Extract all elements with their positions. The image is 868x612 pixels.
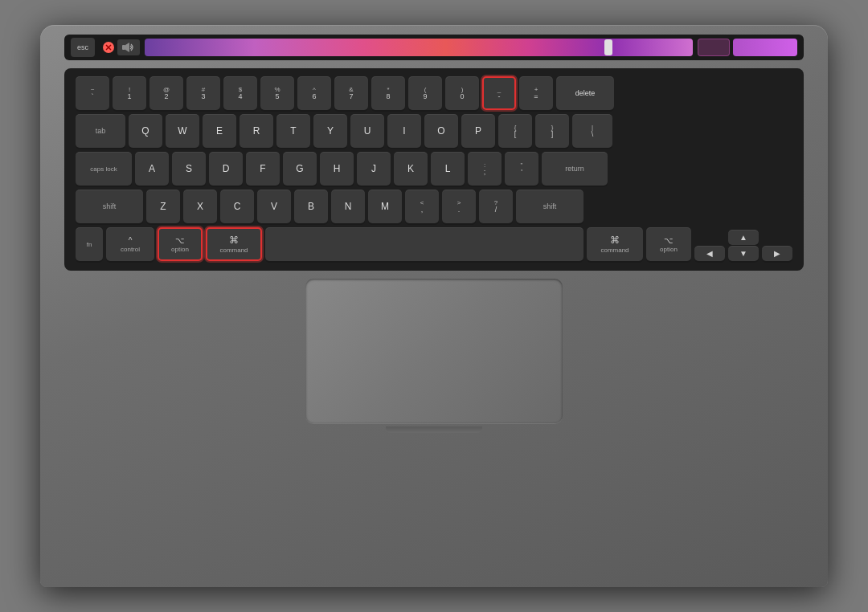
key-s[interactable]: S [172, 152, 206, 186]
key-b[interactable]: B [294, 190, 328, 223]
arrow-keys-group: ▲ ◀ ▼ ▶ [694, 230, 792, 261]
qwerty-row: tab Q W E R T Y U I O P { [ } ] | \ [76, 114, 792, 148]
key-space[interactable] [265, 227, 583, 261]
key-3[interactable]: # 3 [186, 76, 220, 110]
key-option-left[interactable]: ⌥ option [158, 227, 203, 261]
key-f[interactable]: F [246, 152, 280, 186]
svg-marker-3 [125, 43, 129, 52]
key-fn[interactable]: fn [76, 227, 103, 261]
key-7[interactable]: & 7 [334, 76, 368, 110]
key-z[interactable]: Z [146, 190, 180, 223]
key-arrow-right[interactable]: ▶ [762, 246, 792, 261]
laptop-body: esc ~ ` ! 1 [40, 25, 828, 587]
key-lbracket[interactable]: { [ [498, 114, 532, 148]
key-x[interactable]: X [183, 190, 217, 223]
number-row: ~ ` ! 1 @ 2 # 3 $ 4 % 5 [76, 76, 792, 110]
key-capslock[interactable]: caps lock [76, 152, 132, 186]
key-0[interactable]: ) 0 [445, 76, 479, 110]
key-backslash[interactable]: | \ [572, 114, 612, 148]
touchbar-speaker-icon [117, 39, 140, 55]
key-minus[interactable]: _ - [482, 76, 516, 110]
key-p[interactable]: P [461, 114, 495, 148]
key-l[interactable]: L [431, 152, 465, 186]
key-semicolon[interactable]: : ; [468, 152, 502, 186]
touchbar-close-btn [103, 42, 114, 53]
key-8[interactable]: * 8 [371, 76, 405, 110]
key-2[interactable]: @ 2 [149, 76, 183, 110]
key-return[interactable]: return [542, 152, 608, 186]
key-arrow-up[interactable]: ▲ [728, 230, 759, 245]
key-arrow-down[interactable]: ▼ [728, 246, 759, 261]
touchbar-gradient-bar[interactable] [145, 39, 693, 56]
touchbar-slider-thumb [604, 39, 612, 55]
key-6[interactable]: ^ 6 [297, 76, 331, 110]
touchbar-pill-large [733, 39, 797, 56]
key-d[interactable]: D [209, 152, 243, 186]
key-h[interactable]: H [320, 152, 354, 186]
key-k[interactable]: K [394, 152, 428, 186]
key-arrow-left[interactable]: ◀ [694, 246, 725, 261]
key-r[interactable]: R [240, 114, 273, 148]
key-1[interactable]: ! 1 [113, 76, 146, 110]
key-u[interactable]: U [350, 114, 384, 148]
key-4[interactable]: $ 4 [223, 76, 257, 110]
key-slash[interactable]: ? / [479, 190, 513, 223]
key-command-left[interactable]: ⌘ command [206, 227, 262, 261]
key-command-right[interactable]: ⌘ command [587, 227, 643, 261]
trackpad-area [305, 279, 563, 423]
trackpad[interactable] [305, 279, 563, 423]
key-shift-left[interactable]: shift [76, 190, 143, 223]
key-c[interactable]: C [220, 190, 254, 223]
asdf-row: caps lock A S D F G H J K L : ; " ' retu… [76, 152, 792, 186]
key-i[interactable]: I [387, 114, 421, 148]
key-delete[interactable]: delete [556, 76, 614, 110]
key-quote[interactable]: " ' [505, 152, 538, 186]
key-shift-right[interactable]: shift [516, 190, 583, 223]
key-j[interactable]: J [357, 152, 391, 186]
zxcv-row: shift Z X C V B N M < , > . ? / shift [76, 190, 792, 223]
key-rbracket[interactable]: } ] [535, 114, 569, 148]
key-v[interactable]: V [257, 190, 291, 223]
touchbar-esc[interactable]: esc [71, 38, 95, 57]
key-n[interactable]: N [331, 190, 365, 223]
key-e[interactable]: E [203, 114, 236, 148]
key-option-right[interactable]: ⌥ option [646, 227, 691, 261]
svg-rect-2 [122, 45, 125, 50]
keyboard: ~ ` ! 1 @ 2 # 3 $ 4 % 5 [64, 68, 804, 271]
key-m[interactable]: M [368, 190, 402, 223]
key-t[interactable]: T [276, 114, 310, 148]
key-y[interactable]: Y [313, 114, 347, 148]
key-q[interactable]: Q [129, 114, 162, 148]
arrow-bottom-row: ◀ ▼ ▶ [694, 246, 792, 261]
key-a[interactable]: A [135, 152, 169, 186]
key-comma[interactable]: < , [405, 190, 439, 223]
key-tab[interactable]: tab [76, 114, 125, 148]
key-tilde[interactable]: ~ ` [76, 76, 109, 110]
key-o[interactable]: O [424, 114, 458, 148]
touchbar-controls [103, 39, 140, 55]
touchbar-right [698, 39, 797, 56]
key-w[interactable]: W [166, 114, 199, 148]
modifier-row: fn ^ control ⌥ option ⌘ command ⌘ comman… [76, 227, 792, 261]
key-period[interactable]: > . [442, 190, 476, 223]
arrow-up-row: ▲ [694, 230, 792, 245]
key-equals[interactable]: + = [519, 76, 553, 110]
bottom-notch [386, 426, 482, 433]
key-g[interactable]: G [283, 152, 317, 186]
key-9[interactable]: ( 9 [408, 76, 442, 110]
touchbar-pill-small [698, 39, 730, 56]
key-control[interactable]: ^ control [106, 227, 154, 261]
touch-bar: esc [64, 35, 804, 60]
key-5[interactable]: % 5 [260, 76, 294, 110]
